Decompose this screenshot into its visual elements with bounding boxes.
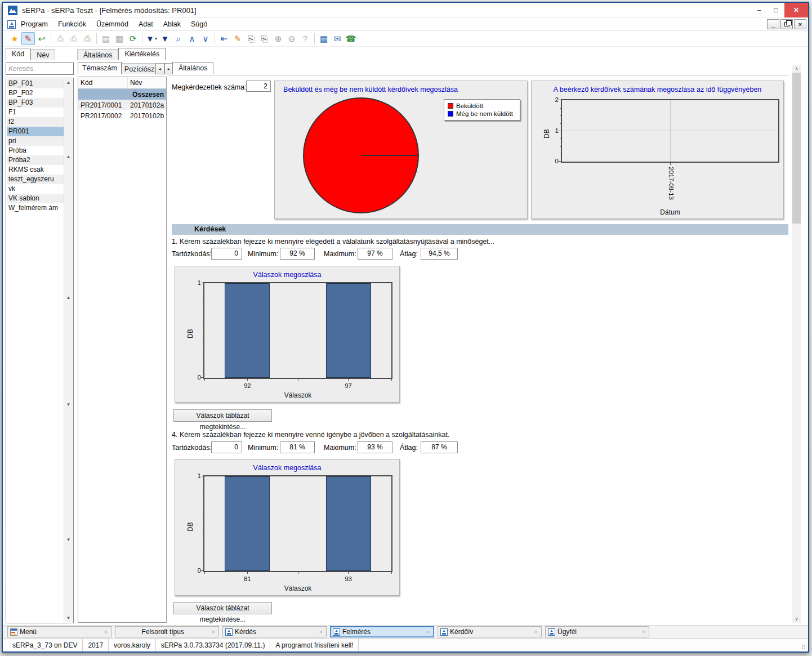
tab-close-icon[interactable]: × <box>639 628 649 635</box>
table-row[interactable]: PR2017/000220170102b <box>78 110 166 121</box>
tab-nev[interactable]: Név <box>30 49 55 60</box>
list-item[interactable]: vk <box>7 184 64 194</box>
stat-field-avg[interactable]: 94,5 % <box>421 248 458 260</box>
mail-button[interactable]: ✉ <box>331 32 344 45</box>
excel-export-button[interactable]: ▦ <box>113 32 126 45</box>
y-tick-mark <box>201 476 204 476</box>
tab-temaszam[interactable]: Témaszám <box>78 62 122 74</box>
next-record-button[interactable]: ∨ <box>199 32 212 45</box>
list-item[interactable]: F1 <box>7 108 64 117</box>
print-button[interactable]: ⎙ <box>53 32 67 45</box>
print-list-button[interactable]: ⎙ <box>67 32 81 45</box>
save-button[interactable]: ▤ <box>99 32 113 45</box>
list-item[interactable]: BP_F01 <box>7 79 64 88</box>
add-button[interactable]: ⊕ <box>271 32 285 45</box>
search-input[interactable] <box>6 63 74 75</box>
list-item[interactable]: teszt_egyszeru <box>7 175 64 184</box>
window-tab-felmérés[interactable]: Felmérés× <box>330 626 434 637</box>
list-item[interactable]: f2 <box>7 117 64 127</box>
list-item[interactable]: Próba <box>7 146 64 155</box>
view-answers-table-button[interactable]: Válaszok táblázat megtekintése... <box>173 602 272 614</box>
phone-button[interactable]: ☎ <box>344 32 358 45</box>
tab-altalanos[interactable]: Általános <box>77 49 118 60</box>
mdi-restore-button[interactable] <box>780 19 793 29</box>
search-button[interactable]: ⌕ <box>172 32 185 45</box>
main-scrollbar[interactable]: ∧ ∨ <box>792 65 801 623</box>
list-item[interactable]: VK sablon <box>7 194 64 203</box>
list-item[interactable]: RKMS csak <box>7 165 64 175</box>
duplicate-window-button[interactable]: ⎘ <box>258 32 271 45</box>
tab-scroll-left-button[interactable]: ◂ <box>155 63 164 74</box>
scrollbar-down-icon[interactable]: ∨ <box>792 616 801 622</box>
scroll-page-up-icon[interactable]: ▲ <box>64 296 73 300</box>
scroll-page-down-icon[interactable]: ▼ <box>64 403 73 407</box>
edit-record-button[interactable]: ✎ <box>21 32 35 45</box>
tab-close-icon[interactable]: × <box>208 628 218 635</box>
stat-field-min[interactable]: 92 % <box>280 248 315 260</box>
column-header-kod[interactable]: Kód <box>78 77 128 88</box>
window-tab-kérdés[interactable]: Kérdés× <box>222 626 327 637</box>
tab-general[interactable]: Általános <box>172 62 213 74</box>
list-item[interactable]: Próba2 <box>7 155 64 165</box>
filter-by-selection-button[interactable]: ▼ <box>158 32 172 45</box>
mdi-minimize-button[interactable]: _ <box>767 19 779 29</box>
table-row[interactable]: PR2017/000120170102a <box>78 100 166 110</box>
stat-field-max[interactable]: 97 % <box>358 248 392 260</box>
menu-item-adat[interactable]: Adat <box>133 20 158 28</box>
edit-orange-button[interactable]: ✎ <box>231 32 244 45</box>
maximize-button[interactable]: □ <box>768 3 784 17</box>
tab-close-icon[interactable]: × <box>316 628 326 635</box>
favorites-button[interactable]: ★ <box>8 32 21 45</box>
menu-item-program[interactable]: Program <box>16 20 53 28</box>
list-item[interactable]: BP_F02 <box>7 88 64 98</box>
scroll-last-row-icon[interactable]: ▼ <box>64 538 73 542</box>
resize-grip[interactable] <box>802 645 806 650</box>
navigate-transfer-button[interactable]: ⇤ <box>217 32 231 45</box>
mdi-close-button[interactable]: × <box>794 19 806 29</box>
list-item[interactable]: pri <box>7 136 64 146</box>
respondents-field[interactable]: 2 <box>246 81 271 92</box>
list-scrollbar[interactable]: ▲ ▲ ▲ ▼ ▼ ▼ <box>64 79 73 622</box>
tab-pozicioszam[interactable]: Pozíciószá <box>122 63 155 74</box>
tab-close-icon[interactable]: × <box>531 628 541 635</box>
menu-item-súgó[interactable]: Súgó <box>186 20 212 28</box>
previous-record-button[interactable]: ∧ <box>185 32 199 45</box>
calculator-button[interactable]: ▦ <box>317 32 331 45</box>
list-item[interactable]: BP_F03 <box>7 98 64 108</box>
refresh-button[interactable]: ⟳ <box>126 32 140 45</box>
table-row[interactable]: Összesen <box>78 89 166 100</box>
window-tab-ügyfél[interactable]: Ügyfél× <box>545 626 649 637</box>
menu-item-üzemmód[interactable]: Üzemmód <box>91 20 133 28</box>
menu-item-funkciók[interactable]: Funkciók <box>53 20 91 28</box>
view-answers-table-button[interactable]: Válaszok táblázat megtekintése... <box>173 409 272 422</box>
stat-field-avg[interactable]: 87 % <box>421 441 458 453</box>
copy-window-button[interactable]: ⎘ <box>244 32 258 45</box>
stat-field-abstain[interactable]: 0 <box>211 248 242 260</box>
scroll-down-icon[interactable]: ▼ <box>64 616 73 621</box>
minimize-button[interactable]: – <box>751 3 768 17</box>
exit-record-button[interactable]: ↩ <box>35 32 48 45</box>
tab-kod[interactable]: Kód <box>6 48 30 60</box>
scroll-up-icon[interactable]: ▲ <box>64 81 73 85</box>
window-tab-menü[interactable]: Menü× <box>7 626 111 637</box>
stat-field-max[interactable]: 93 % <box>358 441 392 453</box>
stat-field-abstain[interactable]: 0 <box>211 441 242 453</box>
filter-button[interactable]: ▼▾ <box>145 32 158 45</box>
window-tab-kérdőív[interactable]: Kérdőív× <box>438 626 542 637</box>
scrollbar-up-icon[interactable]: ∧ <box>792 66 801 72</box>
list-item[interactable]: W_felmérem ám <box>7 203 64 213</box>
remove-button[interactable]: ⊖ <box>285 32 298 45</box>
help-doc-button[interactable]: ? <box>298 32 312 45</box>
scrollbar-thumb[interactable] <box>792 73 801 224</box>
menu-item-ablak[interactable]: Ablak <box>158 20 186 28</box>
close-button[interactable]: ✕ <box>784 3 808 17</box>
list-item[interactable]: PR001 <box>7 127 64 136</box>
window-tab-felsorolt típus[interactable]: Felsorolt típus× <box>115 626 219 637</box>
scroll-first-row-icon[interactable]: ▲ <box>64 155 73 159</box>
tab-close-icon[interactable]: × <box>101 628 111 635</box>
print-attachment-button[interactable]: ⎙ <box>81 32 94 45</box>
stat-field-min[interactable]: 81 % <box>280 441 315 453</box>
tab-kiertekeles[interactable]: Kiértékelés <box>118 48 166 60</box>
column-header-nev[interactable]: Név <box>128 79 166 87</box>
tab-close-icon[interactable]: × <box>423 628 434 635</box>
